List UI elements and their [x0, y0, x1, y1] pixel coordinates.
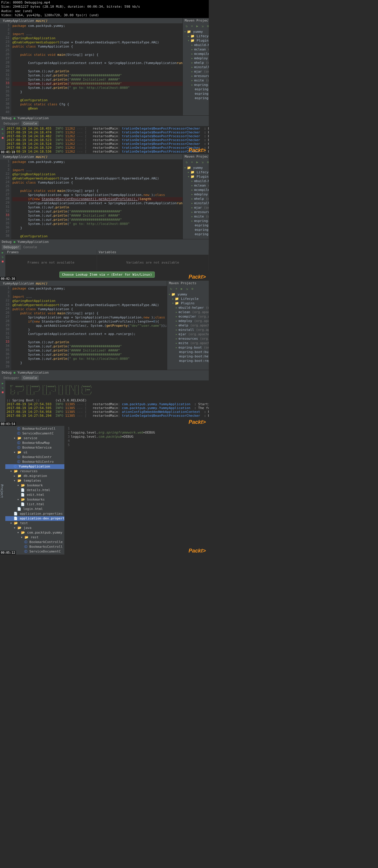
- variables-body: Variables are not available: [97, 255, 208, 270]
- debugger-tab[interactable]: Debugger: [2, 121, 21, 126]
- maven-title: Maven Projects: [183, 154, 209, 159]
- debug-side-controls[interactable]: ▶↻■: [0, 380, 5, 426]
- run-icon[interactable]: ▶: [195, 24, 199, 28]
- debug-title-bar: Debug ● YummyApplication: [0, 115, 209, 121]
- file-info-header: File: 00005 Debugging.mp4 Size: 29461227…: [0, 0, 209, 18]
- plus-icon[interactable]: +: [190, 24, 194, 28]
- debug-tabs[interactable]: Debugger Console: [0, 121, 209, 126]
- maven-title: Maven Projects: [183, 18, 209, 23]
- frames-title: Frames: [5, 250, 96, 255]
- packt-logo: Packt>: [188, 274, 206, 280]
- code-editor[interactable]: package com.packtpub.yummy; import ...@S…: [11, 23, 182, 115]
- maven-toolbar[interactable]: ↻+▶⇲⚙: [183, 23, 209, 29]
- frame-1: YummyApplication main() 1232223242526272…: [0, 18, 209, 154]
- settings-icon[interactable]: ⚙: [206, 24, 209, 28]
- console-output: Y' ====\ |'|====\ |'|====\ |'| |'|\ |'| …: [5, 380, 209, 426]
- console-tab[interactable]: Console: [22, 375, 39, 380]
- gutter: 1232223242526272829303132333435363738394…: [0, 23, 11, 115]
- timestamp: 00:01:18: [0, 150, 16, 154]
- maven-title: Maven Projects: [167, 281, 209, 286]
- maven-tree[interactable]: ▾📁 yummy▸📁 Lifecycle▾📁 Plugins▸⚙build-he…: [183, 165, 209, 237]
- editor-tab[interactable]: YummyApplication main(): [0, 154, 182, 159]
- code-editor[interactable]: package com.packtpub.yummy; import ...@S…: [11, 159, 182, 239]
- debug-side-controls[interactable]: ▶↻■: [0, 250, 5, 281]
- maven-tree[interactable]: ▾📁 yummy▸📁 Lifecycle▾📁 Plugins▸⚙build-he…: [183, 29, 209, 101]
- frame-3: YummyApplication main() 1232223242627282…: [0, 281, 209, 426]
- timestamp: 00:03:54: [0, 422, 16, 426]
- properties-editor[interactable]: 12logging.level.org.springframework.web=…: [64, 426, 209, 555]
- project-tool-button[interactable]: Project: [0, 426, 5, 555]
- code-editor[interactable]: package com.packtpub.yummy; import ...@S…: [11, 286, 167, 370]
- rerun-icon[interactable]: ↻: [2, 132, 4, 135]
- maven-panel: Maven Projects ↻+▶⇲⚙ ▾📁 yummy▸📁 Lifecycl…: [182, 18, 209, 115]
- timestamp: 00:02:36: [0, 277, 16, 281]
- debug-title-bar: Debug ● YummyApplication: [0, 239, 209, 244]
- debugger-tab[interactable]: Debugger: [2, 375, 21, 380]
- maven-tree[interactable]: ▾📁 yummy▸📁 Lifecycle▾📁 Plugins▸⚙build-he…: [167, 291, 209, 364]
- gutter: 1232223242627282930313233343536373839: [0, 286, 11, 370]
- editor-tab[interactable]: YummyApplication main(): [0, 281, 167, 286]
- maven-panel: Maven Projects ↻+▶⇲⚙ ▾📁 yummy▸📁 Lifecycl…: [182, 154, 209, 239]
- packt-logo: Packt>: [188, 548, 206, 554]
- stop-icon[interactable]: ■: [2, 136, 4, 139]
- debug-tabs[interactable]: Debugger Console: [0, 375, 209, 380]
- debug-tabs[interactable]: Debugger Console: [0, 244, 209, 250]
- debug-side-controls[interactable]: ▶↻■: [0, 126, 5, 154]
- frame-4: Project Ⓒ BookmarksControllⒸ ServiceDocu…: [0, 426, 209, 555]
- timestamp: 00:05:12: [0, 551, 16, 555]
- frame-2: YummyApplication main() 1232223242526272…: [0, 154, 209, 281]
- console-tab[interactable]: Console: [22, 245, 39, 250]
- gutter: 12322232425262728293132333435363738: [0, 159, 11, 239]
- refresh-icon[interactable]: ↻: [184, 24, 189, 28]
- debugger-tab[interactable]: Debugger: [2, 245, 21, 250]
- project-tree[interactable]: Ⓒ BookmarksControllⒸ ServiceDocumentC▾ 📂…: [5, 426, 64, 555]
- packt-logo: Packt>: [188, 147, 206, 153]
- maven-toolbar[interactable]: ↻+▶⇲⚙: [167, 286, 209, 291]
- run-icon[interactable]: ▶: [2, 127, 4, 130]
- console-output: 2017-08-19 14:24:18.455 INFO 11262 --- […: [5, 126, 209, 154]
- frames-body: Frames are not available: [5, 255, 96, 270]
- maven-toolbar[interactable]: ↻+▶⇲⚙: [183, 159, 209, 165]
- variables-title: Variables: [97, 250, 208, 255]
- collapse-icon[interactable]: ⇲: [201, 24, 205, 28]
- debug-title-bar: Debug ● YummyApplication: [0, 370, 209, 375]
- maven-panel: Maven Projects ↻+▶⇲⚙ ▾📁 yummy▸📁 Lifecycl…: [167, 281, 209, 370]
- console-tab[interactable]: Console: [22, 121, 39, 126]
- editor-tab[interactable]: YummyApplication main(): [0, 18, 182, 23]
- lookup-popup: Choose Lookup Item via ⏎ (Enter for Win/…: [59, 272, 155, 278]
- packt-logo: Packt>: [188, 419, 206, 425]
